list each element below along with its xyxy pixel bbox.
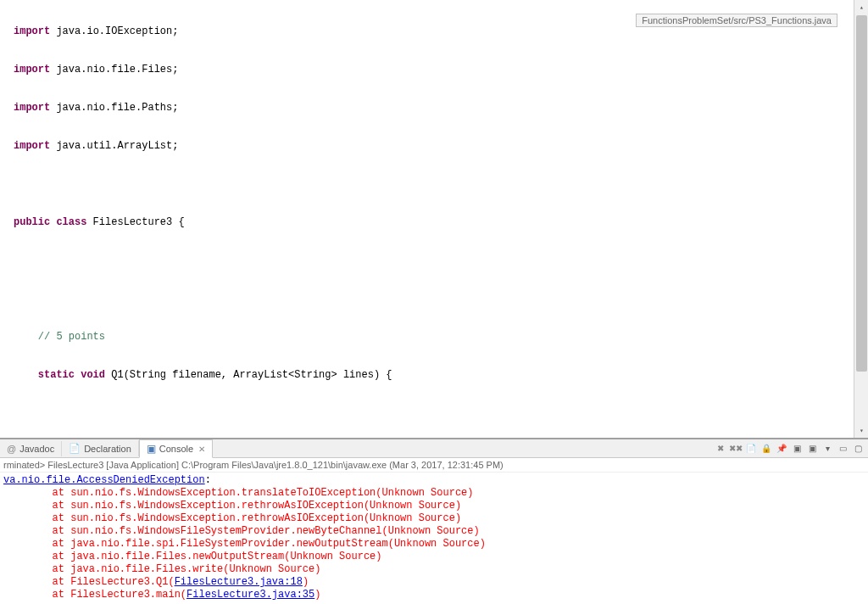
console-pane: Javadoc Declaration Console✕ ✖ ✖✖ 📄 🔒 📌 …: [0, 439, 868, 604]
stack-trace-line: at sun.nio.fs.WindowsFileSystemProvider.…: [3, 525, 480, 537]
comment: // 5 points: [14, 331, 105, 343]
stack-trace-line: at sun.nio.fs.WindowsException.translate…: [3, 487, 474, 499]
exception-link[interactable]: va.nio.file.AccessDeniedException: [3, 474, 205, 486]
code-area[interactable]: import java.io.IOException; import java.…: [0, 0, 868, 439]
remove-launch-icon[interactable]: ✖: [714, 442, 727, 456]
document-icon: [69, 443, 81, 454]
clear-console-icon[interactable]: 📄: [744, 442, 758, 456]
tab-javadoc[interactable]: Javadoc: [0, 441, 62, 456]
stack-trace-line: at java.nio.file.Files.newOutputStream(U…: [3, 551, 381, 562]
stack-trace-line: at FilesLecture3.Q1(FilesLecture3.java:1…: [3, 576, 309, 588]
scroll-lock-icon[interactable]: 🔒: [760, 442, 773, 456]
stack-trace-line: at FilesLecture3.main(FilesLecture3.java…: [3, 589, 320, 601]
editor-pane: FunctionsProblemSet/src/PS3_Functions.ja…: [0, 0, 868, 439]
keyword: import: [14, 25, 50, 37]
display-selected-icon[interactable]: ▣: [790, 442, 804, 456]
remove-all-icon[interactable]: ✖✖: [729, 442, 743, 456]
close-icon[interactable]: ✕: [198, 445, 205, 454]
stack-trace-line: at sun.nio.fs.WindowsException.rethrowAs…: [3, 512, 461, 524]
stack-trace-line: at sun.nio.fs.WindowsException.rethrowAs…: [3, 500, 461, 512]
console-toolbar: ✖ ✖✖ 📄 🔒 📌 ▣ ▣ ▾ ▭ ▢: [714, 442, 865, 456]
scroll-down-icon[interactable]: ▾: [854, 423, 868, 438]
pin-console-icon[interactable]: 📌: [775, 442, 788, 456]
console-icon: [147, 443, 156, 455]
tab-console[interactable]: Console✕: [139, 439, 213, 458]
stack-trace-line: at java.nio.file.spi.FileSystemProvider.…: [3, 538, 486, 550]
stack-trace-line: at java.nio.file.Files.write(Unknown Sou…: [3, 563, 320, 575]
scroll-thumb[interactable]: [856, 15, 867, 372]
tab-declaration[interactable]: Declaration: [62, 440, 139, 456]
maximize-icon[interactable]: ▢: [851, 442, 865, 456]
bottom-tabs: Javadoc Declaration Console✕ ✖ ✖✖ 📄 🔒 📌 …: [0, 439, 868, 458]
source-link[interactable]: FilesLecture3.java:35: [186, 589, 314, 601]
open-console-icon[interactable]: ▣: [805, 442, 819, 456]
minimize-icon[interactable]: ▭: [836, 442, 849, 456]
at-icon: [7, 444, 16, 454]
vertical-scrollbar[interactable]: ▴ ▾: [854, 0, 868, 438]
console-header: rminated> FilesLecture3 [Java Applicatio…: [0, 458, 868, 473]
new-console-icon[interactable]: ▾: [821, 442, 834, 456]
console-output[interactable]: va.nio.file.AccessDeniedException: at su…: [0, 473, 868, 603]
source-link[interactable]: FilesLecture3.java:18: [175, 576, 303, 588]
scroll-up-icon[interactable]: ▴: [854, 0, 868, 14]
